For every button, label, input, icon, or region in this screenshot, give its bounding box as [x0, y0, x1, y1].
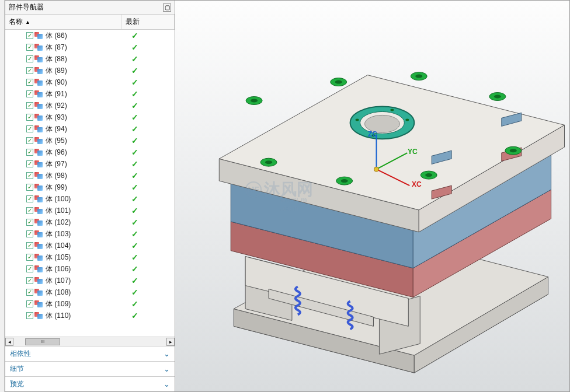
scroll-thumb[interactable]: III: [25, 338, 60, 345]
tree-node[interactable]: ✓体 (96)✓: [5, 146, 175, 158]
node-checkbox[interactable]: ✓: [26, 265, 33, 272]
panel-header: 部件导航器 ▢: [5, 1, 175, 15]
node-checkbox[interactable]: ✓: [26, 312, 33, 319]
scroll-right-icon[interactable]: ▸: [166, 338, 175, 346]
body-icon: [34, 148, 44, 156]
node-checkbox[interactable]: ✓: [26, 207, 33, 214]
tree-node[interactable]: ✓体 (98)✓: [5, 170, 175, 181]
tree-node[interactable]: ✓体 (101)✓: [5, 205, 175, 216]
node-checkbox[interactable]: ✓: [26, 242, 33, 249]
node-label: 体 (91): [46, 89, 67, 99]
node-checkbox[interactable]: ✓: [26, 137, 33, 144]
svg-point-30: [251, 99, 258, 102]
tree-node[interactable]: ✓体 (86)✓: [5, 30, 175, 41]
node-checkbox[interactable]: ✓: [26, 102, 33, 109]
chevron-down-icon: ⌄: [164, 380, 170, 388]
tree-node[interactable]: ✓体 (95)✓: [5, 135, 175, 146]
section-detail[interactable]: 细节 ⌄: [5, 361, 175, 376]
tree-node[interactable]: ✓体 (107)✓: [5, 275, 175, 286]
node-checkbox[interactable]: ✓: [26, 44, 33, 51]
tree-node[interactable]: ✓体 (88)✓: [5, 53, 175, 65]
node-checkbox[interactable]: ✓: [26, 149, 33, 156]
node-checkbox[interactable]: ✓: [26, 79, 33, 86]
tree-node[interactable]: ✓体 (92)✓: [5, 100, 175, 111]
status-uptodate-icon: ✓: [131, 299, 138, 309]
node-checkbox[interactable]: ✓: [26, 114, 33, 121]
tree-node[interactable]: ✓体 (99)✓: [5, 181, 175, 193]
node-label: 体 (108): [46, 288, 71, 298]
status-uptodate-icon: ✓: [131, 159, 138, 169]
node-label: 体 (88): [46, 54, 67, 64]
tree-node[interactable]: ✓体 (108)✓: [5, 286, 175, 298]
status-uptodate-icon: ✓: [131, 31, 138, 40]
body-icon: [34, 230, 44, 238]
node-checkbox[interactable]: ✓: [26, 32, 33, 39]
tree-node[interactable]: ✓体 (103)✓: [5, 228, 175, 240]
node-checkbox[interactable]: ✓: [26, 230, 33, 237]
panel-popout-button[interactable]: ▢: [163, 4, 171, 12]
section-preview[interactable]: 预览 ⌄: [5, 376, 175, 391]
tree-area[interactable]: ✓体 (86)✓✓体 (87)✓✓体 (88)✓✓体 (89)✓✓体 (90)✓…: [5, 30, 175, 337]
body-icon: [34, 78, 44, 86]
tree-node[interactable]: ✓体 (109)✓: [5, 298, 175, 310]
node-checkbox[interactable]: ✓: [26, 67, 33, 74]
status-uptodate-icon: ✓: [131, 276, 138, 285]
node-label: 体 (101): [46, 206, 71, 216]
check-icon: ✓: [27, 219, 32, 225]
tree-node[interactable]: ✓体 (105)✓: [5, 251, 175, 263]
node-label: 体 (105): [46, 253, 71, 262]
check-icon: ✓: [27, 103, 32, 108]
svg-point-36: [341, 179, 348, 183]
node-label: 体 (93): [46, 113, 67, 123]
body-icon: [34, 195, 44, 203]
check-icon: ✓: [27, 289, 32, 295]
node-checkbox[interactable]: ✓: [26, 55, 33, 62]
tree-node[interactable]: ✓体 (100)✓: [5, 193, 175, 205]
tree-node[interactable]: ✓体 (90)✓: [5, 76, 175, 88]
check-icon: ✓: [27, 161, 32, 167]
column-header-name[interactable]: 名称 ▲: [5, 15, 122, 29]
node-checkbox[interactable]: ✓: [26, 90, 33, 97]
body-icon: [34, 206, 44, 215]
node-label: 体 (104): [46, 241, 71, 251]
tree-node[interactable]: ✓体 (110)✓: [5, 310, 175, 321]
tree-node[interactable]: ✓体 (97)✓: [5, 158, 175, 170]
node-checkbox[interactable]: ✓: [26, 219, 33, 226]
node-checkbox[interactable]: ✓: [26, 160, 33, 167]
scroll-left-icon[interactable]: ◂: [5, 338, 13, 346]
node-checkbox[interactable]: ✓: [26, 254, 33, 261]
node-label: 体 (96): [46, 148, 67, 158]
status-uptodate-icon: ✓: [131, 218, 138, 227]
check-icon: ✓: [27, 243, 32, 249]
column-header-latest[interactable]: 最新: [122, 15, 175, 29]
node-checkbox[interactable]: ✓: [26, 195, 33, 202]
node-checkbox[interactable]: ✓: [26, 125, 33, 132]
tree-node[interactable]: ✓体 (104)✓: [5, 240, 175, 251]
body-icon: [34, 218, 44, 226]
tree-node[interactable]: ✓体 (91)✓: [5, 88, 175, 100]
node-checkbox[interactable]: ✓: [26, 277, 33, 284]
tree-node[interactable]: ✓体 (87)✓: [5, 41, 175, 53]
3d-viewport[interactable]: ZC YC XC MF 沐风网 www.m .com: [175, 0, 570, 392]
section-dependency[interactable]: 相依性 ⌄: [5, 346, 175, 361]
tree-node[interactable]: ✓体 (102)✓: [5, 216, 175, 228]
node-checkbox[interactable]: ✓: [26, 172, 33, 179]
check-icon: ✓: [27, 68, 32, 74]
check-icon: ✓: [27, 313, 32, 318]
horizontal-scrollbar[interactable]: ◂ III ▸: [5, 337, 175, 346]
body-icon: [34, 136, 44, 145]
node-checkbox[interactable]: ✓: [26, 184, 33, 191]
tree-node[interactable]: ✓体 (94)✓: [5, 123, 175, 135]
tree-node[interactable]: ✓体 (106)✓: [5, 263, 175, 275]
node-checkbox[interactable]: ✓: [26, 300, 33, 307]
tree-node[interactable]: ✓体 (93)✓: [5, 111, 175, 123]
check-icon: ✓: [27, 79, 32, 85]
axis-x-label: XC: [412, 180, 422, 188]
axis-y-label: YC: [408, 148, 418, 156]
tree-node[interactable]: ✓体 (89)✓: [5, 65, 175, 76]
svg-point-40: [356, 118, 359, 121]
node-checkbox[interactable]: ✓: [26, 289, 33, 296]
status-uptodate-icon: ✓: [131, 136, 138, 145]
body-icon: [34, 90, 44, 98]
status-uptodate-icon: ✓: [131, 194, 138, 204]
